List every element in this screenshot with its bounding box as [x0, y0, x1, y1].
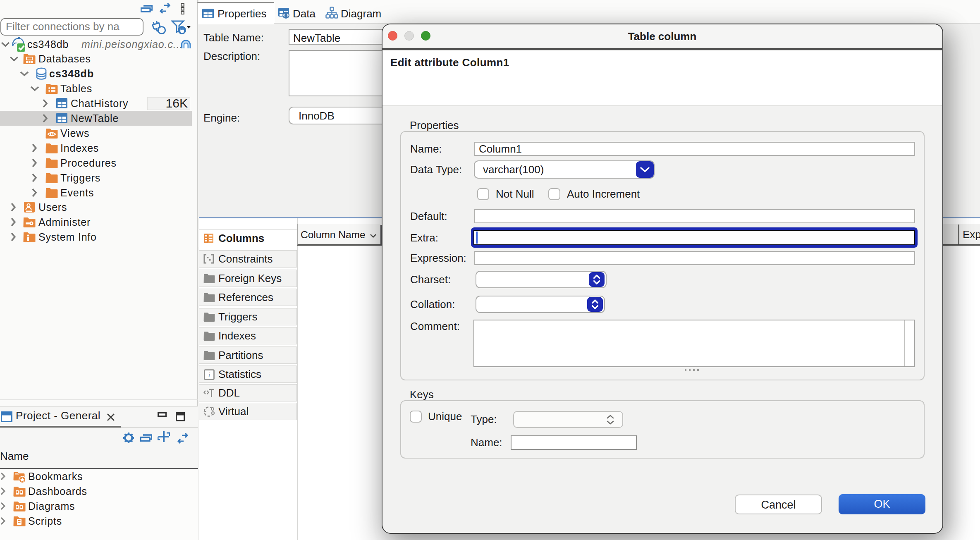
- svg-text:i: i: [208, 371, 210, 379]
